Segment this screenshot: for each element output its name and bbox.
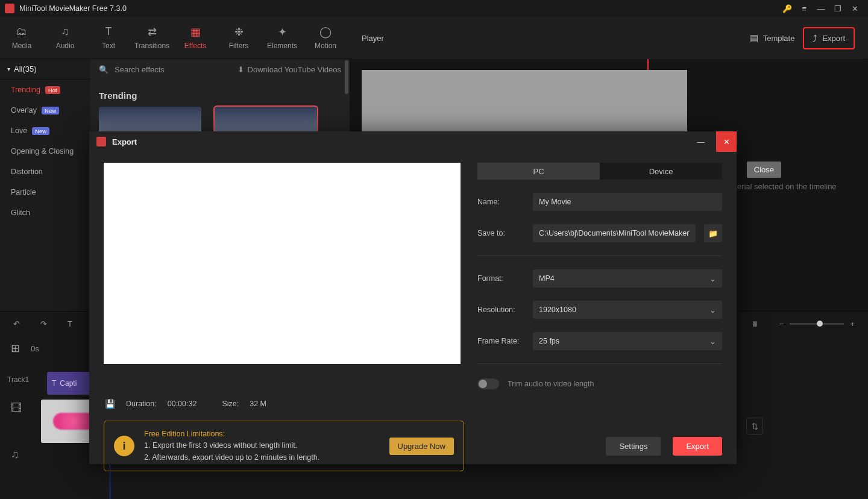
- search-input[interactable]: Search effects: [115, 65, 231, 74]
- ribbon-tab-motion[interactable]: ◯ Motion: [304, 17, 347, 59]
- size-label: Size:: [222, 400, 239, 408]
- sidebar-item-overlay[interactable]: OverlayNew: [0, 100, 90, 121]
- search-icon: 🔍: [99, 65, 108, 74]
- upgrade-button[interactable]: Upgrade Now: [389, 438, 454, 455]
- zoom-control[interactable]: − +: [779, 319, 855, 328]
- redo-button[interactable]: ↷: [40, 319, 47, 328]
- text-clip-label: Capti: [60, 379, 77, 388]
- ribbon-tab-label: Text: [102, 42, 115, 50]
- sidebar-item-label: Overlay: [11, 106, 37, 115]
- format-label: Format:: [477, 274, 524, 283]
- resolution-label: Resolution:: [477, 306, 524, 314]
- framerate-select[interactable]: 25 fps ⌄: [533, 332, 722, 350]
- add-track-button[interactable]: ⊞: [11, 342, 20, 355]
- ribbon-tab-label: Filters: [229, 42, 249, 50]
- download-icon: ⬇: [237, 65, 244, 74]
- tab-pc[interactable]: PC: [477, 163, 600, 180]
- duration-value: 00:00:32: [168, 400, 197, 408]
- window-title: MiniTool MovieMaker Free 7.3.0: [19, 4, 127, 13]
- template-button[interactable]: ▤ Template: [741, 28, 804, 48]
- sidebar-item-particle[interactable]: Particle: [0, 182, 90, 202]
- sidebar-item-label: Distortion: [11, 168, 43, 176]
- track-label: Track1: [7, 375, 29, 384]
- ribbon-tab-label: Motion: [315, 42, 336, 50]
- ribbon-tab-effects[interactable]: ▦ Effects: [174, 17, 217, 59]
- saveto-label: Save to:: [477, 229, 524, 237]
- download-youtube-button[interactable]: ⬇ Download YouTube Videos: [237, 65, 341, 74]
- ribbon-tab-filters[interactable]: ❉ Filters: [217, 17, 260, 59]
- dialog-minimize-button[interactable]: —: [692, 133, 710, 151]
- swap-tracks-button[interactable]: ⇅: [746, 418, 763, 435]
- ribbon-tab-media[interactable]: 🗂 Media: [0, 17, 43, 59]
- export-button-top[interactable]: ⤴ Export: [803, 27, 855, 49]
- sidebar-item-opening-closing[interactable]: Opening & Closing: [0, 141, 90, 162]
- trim-audio-toggle[interactable]: [477, 378, 499, 389]
- export-dialog: Export — ✕ Close PC Device Name: Save to…: [89, 131, 737, 464]
- motion-icon: ◯: [319, 26, 332, 38]
- settings-button[interactable]: Settings: [606, 437, 661, 456]
- sidebar-item-love[interactable]: LoveNew: [0, 121, 90, 141]
- magnet-icon[interactable]: ⏸: [751, 319, 759, 328]
- sidebar-all[interactable]: ▾ All(35): [0, 59, 90, 80]
- tab-device[interactable]: Device: [600, 163, 722, 180]
- sidebar-item-label: Opening & Closing: [11, 147, 74, 155]
- ribbon-tab-transitions[interactable]: ⇄ Transitions: [130, 17, 174, 59]
- scrollbar[interactable]: [345, 60, 348, 94]
- sidebar-all-label: All(35): [14, 64, 37, 74]
- ribbon-tab-label: Elements: [267, 42, 297, 50]
- template-label: Template: [763, 34, 795, 43]
- zoom-slider[interactable]: [790, 323, 844, 325]
- layers-icon: ▤: [750, 33, 758, 43]
- export-meta: 💾 Duration: 00:00:32 Size: 32 M: [89, 395, 737, 412]
- sidebar-item-label: Trending: [11, 86, 40, 94]
- close-window-button[interactable]: ✕: [846, 0, 863, 17]
- zoom-in-button[interactable]: +: [850, 319, 855, 328]
- ribbon-tab-label: Transitions: [134, 42, 169, 50]
- text-icon: T: [102, 26, 115, 38]
- text-clip[interactable]: T Capti: [47, 372, 95, 395]
- info-icon: i: [114, 436, 134, 456]
- sidebar-item-label: Love: [11, 127, 27, 135]
- name-label: Name:: [477, 198, 524, 206]
- minimize-button[interactable]: —: [813, 0, 829, 17]
- trim-audio-label: Trim audio to video length: [508, 380, 594, 388]
- player-header: Player ▤ Template ⤴ Export: [352, 17, 864, 59]
- video-track-icon: 🎞: [11, 402, 22, 415]
- ribbon-tab-audio[interactable]: ♫ Audio: [43, 17, 87, 59]
- chevron-down-icon: ⌄: [709, 274, 716, 283]
- limitations-box: i Free Edition Limitations: 1. Export th…: [104, 421, 464, 471]
- window-titlebar: MiniTool MovieMaker Free 7.3.0 🔑 ≡ — ❐ ✕: [0, 0, 868, 17]
- framerate-value: 25 fps: [539, 337, 559, 345]
- framerate-label: Frame Rate:: [477, 337, 524, 345]
- zoom-out-button[interactable]: −: [779, 319, 784, 328]
- activate-icon[interactable]: 🔑: [779, 0, 796, 17]
- selection-hint: aterial selected on the timeline: [731, 182, 837, 191]
- sidebar-item-trending[interactable]: TrendingHot: [0, 80, 90, 100]
- chevron-down-icon: ▾: [7, 66, 10, 72]
- audio-icon: ♫: [58, 26, 72, 38]
- text-tool-icon[interactable]: T: [68, 319, 72, 328]
- dialog-close-button[interactable]: ✕: [716, 131, 737, 152]
- browse-button[interactable]: 📁: [704, 224, 722, 242]
- export-form: PC Device Name: Save to: 📁 Format: MP4: [477, 163, 722, 389]
- export-button[interactable]: Export: [673, 437, 722, 456]
- saveto-input[interactable]: [533, 224, 696, 242]
- ribbon-tab-text[interactable]: T Text: [87, 17, 130, 59]
- audio-track-icon: ♫: [11, 448, 22, 461]
- resolution-select[interactable]: 1920x1080 ⌄: [533, 301, 722, 319]
- save-icon: 💾: [105, 399, 115, 409]
- undo-button[interactable]: ↶: [13, 319, 20, 328]
- download-label: Download YouTube Videos: [248, 65, 341, 74]
- limitations-heading: Free Edition Limitations:: [144, 428, 380, 440]
- ribbon-tab-label: Media: [12, 42, 32, 50]
- menu-icon[interactable]: ≡: [796, 0, 813, 17]
- maximize-button[interactable]: ❐: [829, 0, 846, 17]
- format-select[interactable]: MP4 ⌄: [533, 269, 722, 287]
- name-input[interactable]: [533, 193, 722, 211]
- sidebar-item-glitch[interactable]: Glitch: [0, 202, 90, 223]
- limitations-line2: 2. Afterwards, export video up to 2 minu…: [144, 452, 380, 463]
- sidebar-item-distortion[interactable]: Distortion: [0, 162, 90, 182]
- duration-label: Duration:: [126, 400, 157, 408]
- ribbon-tab-elements[interactable]: ✦ Elements: [260, 17, 304, 59]
- resolution-value: 1920x1080: [539, 306, 576, 314]
